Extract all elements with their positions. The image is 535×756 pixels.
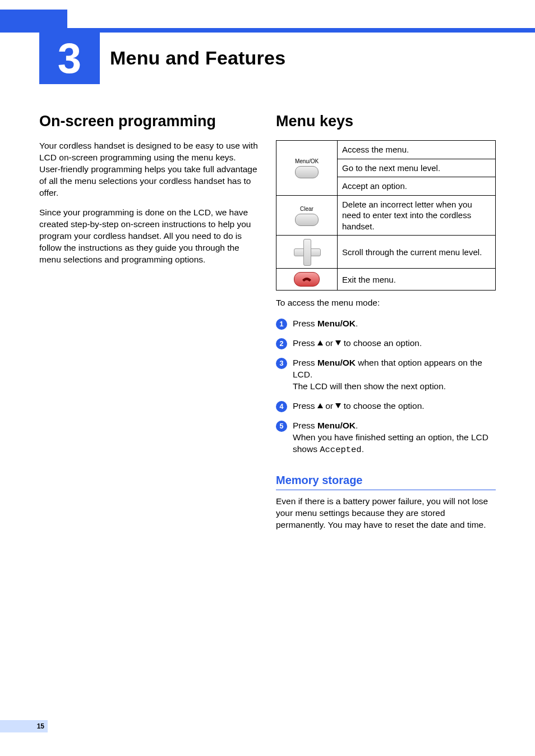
clear-desc: Delete an incorrect letter when you need… (338, 195, 496, 236)
right-column: Menu keys Menu/OK Access the menu. Go to… (276, 112, 496, 711)
section-heading-menukeys: Menu keys (276, 112, 496, 130)
step-text-fragment: The LCD will then show the next option. (293, 381, 446, 391)
table-row: Clear Delete an incorrect letter when yo… (276, 195, 496, 236)
dpad-icon (294, 239, 320, 265)
menuok-label: Menu/OK (295, 158, 319, 165)
left-column: On-screen programming Your cordless hand… (39, 112, 259, 711)
clear-key-cell: Clear (276, 195, 338, 236)
menuok-desc-2: Go to the next menu level. (338, 159, 496, 177)
step-2-text: Press or to choose an option. (293, 338, 496, 349)
step-text-fragment: or (323, 338, 335, 348)
subsection-heading-memory: Memory storage (276, 473, 496, 490)
onscreen-paragraph-1: Your cordless handset is designed to be … (39, 140, 259, 199)
onscreen-paragraph-2: Since your programming is done on the LC… (39, 207, 259, 266)
page-number: 15 (0, 720, 48, 732)
table-row: Menu/OK Access the menu. (276, 141, 496, 159)
step-text-fragment: to choose an option. (341, 338, 422, 348)
table-row: Scroll through the current menu level. (276, 236, 496, 269)
step-2: 2 Press or to choose an option. (276, 338, 496, 349)
step-3: 3 Press Menu/OK when that option appears… (276, 357, 496, 393)
clear-label: Clear (300, 205, 313, 213)
dpad-key-cell (276, 236, 338, 269)
step-5: 5 Press Menu/OK. When you have finished … (276, 420, 496, 456)
step-number-icon: 3 (276, 358, 287, 369)
step-text-fragment: or (323, 401, 335, 411)
step-3-text: Press Menu/OK when that option appears o… (293, 357, 496, 393)
menuok-key-cell: Menu/OK (276, 141, 338, 196)
hangup-icon (302, 276, 312, 282)
end-desc: Exit the menu. (338, 269, 496, 291)
down-arrow-icon (335, 403, 341, 408)
content-columns: On-screen programming Your cordless hand… (39, 112, 496, 711)
step-1: 1 Press Menu/OK. (276, 318, 496, 330)
dpad-desc: Scroll through the current menu level. (338, 236, 496, 269)
clear-key-icon (295, 214, 319, 226)
step-text-bold: Menu/OK (317, 319, 356, 328)
step-5-text: Press Menu/OK. When you have finished se… (293, 420, 496, 456)
step-number-icon: 5 (276, 421, 287, 432)
page: 3 Menu and Features On-screen programmin… (0, 0, 535, 756)
step-text-fragment: Press (293, 401, 317, 411)
end-call-icon (294, 272, 320, 287)
down-arrow-icon (335, 340, 341, 345)
table-row: Exit the menu. (276, 269, 496, 291)
menuok-desc-1: Access the menu. (338, 141, 496, 159)
step-text-fragment: Press (293, 319, 317, 328)
step-text-fragment: . (356, 319, 358, 328)
up-arrow-icon (317, 403, 323, 408)
step-text-fragment: Press (293, 338, 317, 348)
menuok-key-icon (295, 166, 319, 178)
step-number-icon: 1 (276, 319, 287, 330)
chapter-number-box: 3 (39, 33, 100, 84)
step-text-fragment: to choose the option. (341, 401, 424, 411)
step-text-fragment: Press (293, 421, 317, 430)
header-stripe (0, 28, 535, 33)
up-arrow-icon (317, 340, 323, 345)
step-text-fragment: Press (293, 358, 317, 367)
step-number-icon: 4 (276, 401, 287, 412)
end-key-cell (276, 269, 338, 291)
menu-keys-table: Menu/OK Access the menu. Go to the next … (276, 140, 496, 291)
step-1-text: Press Menu/OK. (293, 318, 496, 330)
step-text-code: Accepted (320, 445, 361, 455)
step-4: 4 Press or to choose the option. (276, 400, 496, 412)
step-text-fragment: . (362, 444, 364, 454)
memory-paragraph: Even if there is a battery power failure… (276, 496, 496, 531)
chapter-header: 3 Menu and Features (39, 33, 499, 84)
chapter-title: Menu and Features (110, 45, 285, 71)
step-text-bold: Menu/OK (317, 421, 356, 430)
menuok-desc-3: Accept an option. (338, 177, 496, 196)
step-text-bold: Menu/OK (317, 358, 356, 367)
step-4-text: Press or to choose the option. (293, 400, 496, 412)
section-heading-onscreen: On-screen programming (39, 112, 259, 130)
step-number-icon: 2 (276, 338, 287, 349)
step-text-fragment: . (356, 421, 358, 430)
access-menu-intro: To access the menu mode: (276, 297, 496, 309)
